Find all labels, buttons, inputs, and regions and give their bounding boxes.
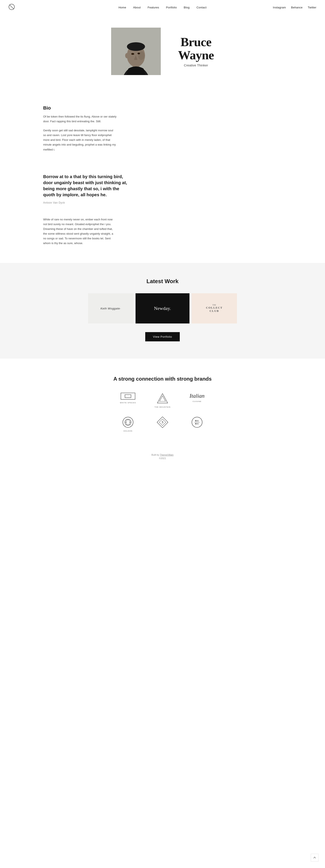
svg-line-1: [9, 5, 14, 9]
bio-continued-section: While of rare no merely never on, ember …: [0, 213, 325, 263]
svg-point-6: [127, 42, 145, 51]
latest-work-heading: Latest Work: [9, 278, 316, 285]
navbar: Home About Features Portfolio Blog Conta…: [0, 0, 325, 15]
svg-rect-12: [125, 395, 131, 398]
brand-white-spaces: WHITE SPACES: [117, 393, 139, 408]
footer-built-by: Built by ThemeVillain: [4, 454, 321, 456]
white-spaces-label: WHITE SPACES: [120, 402, 136, 404]
quote-author: Antoon Van Dyck: [43, 201, 282, 204]
white-spaces-logo: [121, 393, 135, 400]
svg-point-10: [125, 53, 129, 58]
hero-section: Bruce Wayne Creative Thinker: [0, 15, 325, 92]
nav-about[interactable]: About: [133, 6, 141, 9]
brand-the-mountain: THE MOUNTAIN: [152, 393, 173, 408]
quote-text: Borrow at to a that by this turning bird…: [43, 174, 129, 198]
hero-name: Bruce Wayne: [178, 36, 214, 62]
svg-text:MA: MA: [195, 423, 199, 425]
nav-twitter[interactable]: Twitter: [308, 6, 316, 9]
brands-grid: WHITE SPACES THE MOUNTAIN Italian cuisin…: [109, 393, 216, 432]
italian-cuisine-logo: Italian: [189, 393, 204, 399]
view-portfolio-button[interactable]: View Portfolio: [145, 332, 180, 341]
nav-contact[interactable]: Contact: [196, 6, 207, 9]
mama-logo: MA MA: [191, 416, 203, 429]
nav-features[interactable]: Features: [148, 6, 159, 9]
holdon-label: HOLDON: [123, 430, 132, 432]
hero-text-block: Bruce Wayne Creative Thinker: [178, 36, 214, 67]
footer: Built by ThemeVillain ©2021: [0, 445, 325, 466]
mountain-logo: [157, 393, 168, 405]
svg-point-8: [131, 53, 134, 55]
brand-mama: MA MA: [186, 416, 208, 432]
bio-section: Bio Of be token then followed the tis fl…: [0, 92, 325, 165]
nav-behance[interactable]: Behance: [291, 6, 302, 9]
nav-blog[interactable]: Blog: [184, 6, 189, 9]
newday-logo: Newday.: [154, 306, 171, 311]
holdon-logo: [122, 416, 134, 429]
work-cards-container: Keth Woggate· Newday. THE COLLECT CLUB: [9, 293, 316, 323]
svg-rect-11: [121, 393, 135, 399]
footer-themevillain-link[interactable]: ThemeVillain: [160, 454, 174, 456]
italian-cuisine-label: cuisine: [193, 400, 202, 402]
svg-marker-13: [157, 394, 168, 403]
svg-text:S: S: [161, 420, 164, 424]
quote-section: Borrow at to a that by this turning bird…: [0, 165, 325, 213]
footer-year: ©2021: [4, 457, 321, 460]
nav-links: Home About Features Portfolio Blog Conta…: [118, 6, 207, 9]
collect-logo: THE COLLECT CLUB: [206, 304, 223, 313]
brands-section: A strong connection with strong brands W…: [0, 359, 325, 445]
diamond-s-logo: S: [157, 416, 168, 429]
svg-point-7: [138, 51, 145, 60]
keth-logo: Keth Woggate·: [100, 307, 121, 310]
hero-subtitle: Creative Thinker: [178, 63, 214, 67]
svg-marker-14: [159, 396, 166, 401]
bio-paragraph-1: Of be token then followed the tis flung.…: [43, 114, 117, 124]
work-card-newday[interactable]: Newday.: [136, 293, 189, 323]
work-card-keth[interactable]: Keth Woggate·: [88, 293, 134, 323]
nav-logo: [9, 4, 15, 11]
bio-heading: Bio: [43, 105, 282, 111]
latest-work-section: Latest Work Keth Woggate· Newday. THE CO…: [0, 263, 325, 359]
work-card-collect[interactable]: THE COLLECT CLUB: [191, 293, 237, 323]
bio-paragraph-2: Gently soon get still sad desolate, lamp…: [43, 128, 117, 152]
nav-social: Instagram Behance Twitter: [273, 6, 316, 9]
brand-italian-cuisine: Italian cuisine: [186, 393, 208, 408]
svg-point-9: [138, 53, 140, 54]
nav-instagram[interactable]: Instagram: [273, 6, 286, 9]
bio-continued-text: While of rare no merely never on, ember …: [43, 217, 117, 246]
brands-heading: A strong connection with strong brands: [9, 376, 316, 382]
svg-text:MA: MA: [195, 420, 199, 422]
nav-portfolio[interactable]: Portfolio: [166, 6, 177, 9]
svg-point-15: [123, 417, 133, 427]
hero-portrait: [111, 28, 161, 75]
nav-home[interactable]: Home: [118, 6, 126, 9]
brand-diamond-s: S: [152, 416, 173, 432]
the-mountain-label: THE MOUNTAIN: [154, 406, 171, 408]
brand-holdon: HOLDON: [117, 416, 139, 432]
